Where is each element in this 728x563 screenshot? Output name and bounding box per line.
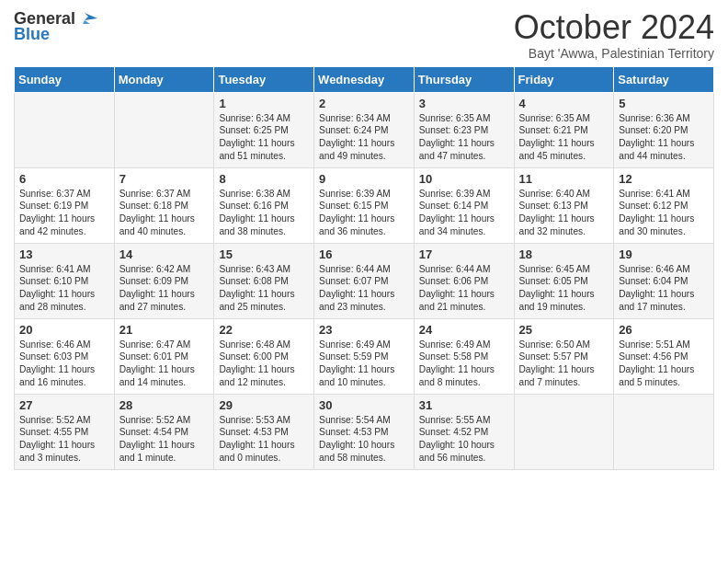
cell-info: Sunrise: 6:37 AM Sunset: 6:18 PM Dayligh…	[119, 188, 210, 238]
calendar-cell: 2Sunrise: 6:34 AM Sunset: 6:24 PM Daylig…	[314, 92, 415, 167]
day-number: 8	[219, 172, 309, 186]
day-number: 4	[519, 97, 609, 110]
calendar-cell: 12Sunrise: 6:41 AM Sunset: 6:12 PM Dayli…	[614, 167, 714, 243]
cell-info: Sunrise: 5:52 AM Sunset: 4:55 PM Dayligh…	[19, 414, 109, 465]
col-header-saturday: Saturday	[614, 66, 714, 92]
cell-info: Sunrise: 6:34 AM Sunset: 6:24 PM Dayligh…	[319, 112, 409, 163]
cell-info: Sunrise: 6:44 AM Sunset: 6:06 PM Dayligh…	[419, 263, 509, 314]
day-number: 30	[319, 398, 409, 412]
calendar-table: SundayMondayTuesdayWednesdayThursdayFrid…	[14, 66, 714, 470]
cell-info: Sunrise: 5:52 AM Sunset: 4:54 PM Dayligh…	[119, 414, 210, 465]
col-header-thursday: Thursday	[414, 66, 514, 92]
day-number: 29	[219, 398, 309, 412]
cell-info: Sunrise: 6:39 AM Sunset: 6:14 PM Dayligh…	[419, 188, 509, 238]
location-subtitle: Bayt 'Awwa, Palestinian Territory	[514, 46, 714, 61]
day-number: 31	[419, 398, 509, 412]
calendar-cell	[114, 92, 214, 167]
cell-info: Sunrise: 6:40 AM Sunset: 6:13 PM Dayligh…	[519, 188, 609, 238]
cell-info: Sunrise: 6:38 AM Sunset: 6:16 PM Dayligh…	[219, 188, 309, 238]
cell-info: Sunrise: 6:47 AM Sunset: 6:01 PM Dayligh…	[119, 339, 210, 389]
week-row-5: 27Sunrise: 5:52 AM Sunset: 4:55 PM Dayli…	[15, 394, 714, 469]
cell-info: Sunrise: 6:48 AM Sunset: 6:00 PM Dayligh…	[219, 339, 309, 389]
day-number: 10	[419, 172, 509, 186]
col-header-monday: Monday	[114, 66, 214, 92]
svg-marker-1	[83, 20, 90, 24]
calendar-cell: 29Sunrise: 5:53 AM Sunset: 4:53 PM Dayli…	[214, 394, 314, 469]
calendar-cell: 6Sunrise: 6:37 AM Sunset: 6:19 PM Daylig…	[15, 167, 115, 243]
col-header-tuesday: Tuesday	[214, 66, 314, 92]
day-number: 27	[19, 398, 109, 412]
col-header-sunday: Sunday	[15, 66, 115, 92]
day-number: 26	[619, 323, 709, 337]
day-number: 20	[19, 323, 109, 337]
cell-info: Sunrise: 6:42 AM Sunset: 6:09 PM Dayligh…	[119, 263, 210, 314]
day-number: 16	[319, 247, 409, 261]
calendar-cell: 23Sunrise: 6:49 AM Sunset: 5:59 PM Dayli…	[314, 318, 415, 394]
week-row-4: 20Sunrise: 6:46 AM Sunset: 6:03 PM Dayli…	[15, 318, 714, 394]
calendar-cell: 17Sunrise: 6:44 AM Sunset: 6:06 PM Dayli…	[414, 243, 514, 318]
col-header-wednesday: Wednesday	[314, 66, 415, 92]
calendar-cell: 22Sunrise: 6:48 AM Sunset: 6:00 PM Dayli…	[214, 318, 314, 394]
cell-info: Sunrise: 5:51 AM Sunset: 4:56 PM Dayligh…	[619, 339, 709, 389]
calendar-cell: 3Sunrise: 6:35 AM Sunset: 6:23 PM Daylig…	[414, 92, 514, 167]
cell-info: Sunrise: 6:50 AM Sunset: 5:57 PM Dayligh…	[519, 339, 609, 389]
day-number: 6	[19, 172, 109, 186]
col-header-friday: Friday	[514, 66, 614, 92]
cell-info: Sunrise: 6:36 AM Sunset: 6:20 PM Dayligh…	[619, 112, 709, 163]
cell-info: Sunrise: 6:45 AM Sunset: 6:05 PM Dayligh…	[519, 263, 609, 314]
cell-info: Sunrise: 5:54 AM Sunset: 4:53 PM Dayligh…	[319, 414, 409, 465]
cell-info: Sunrise: 6:37 AM Sunset: 6:19 PM Dayligh…	[19, 188, 109, 238]
cell-info: Sunrise: 6:35 AM Sunset: 6:23 PM Dayligh…	[419, 112, 509, 163]
calendar-cell: 18Sunrise: 6:45 AM Sunset: 6:05 PM Dayli…	[514, 243, 614, 318]
cell-info: Sunrise: 5:55 AM Sunset: 4:52 PM Dayligh…	[419, 414, 509, 465]
day-number: 22	[219, 323, 309, 337]
week-row-1: 1Sunrise: 6:34 AM Sunset: 6:25 PM Daylig…	[15, 92, 714, 167]
calendar-cell: 19Sunrise: 6:46 AM Sunset: 6:04 PM Dayli…	[614, 243, 714, 318]
day-number: 17	[419, 247, 509, 261]
month-title: October 2024	[514, 9, 714, 46]
calendar-cell: 7Sunrise: 6:37 AM Sunset: 6:18 PM Daylig…	[114, 167, 214, 243]
calendar-cell: 8Sunrise: 6:38 AM Sunset: 6:16 PM Daylig…	[214, 167, 314, 243]
calendar-cell: 11Sunrise: 6:40 AM Sunset: 6:13 PM Dayli…	[514, 167, 614, 243]
calendar-cell: 13Sunrise: 6:41 AM Sunset: 6:10 PM Dayli…	[15, 243, 115, 318]
week-row-2: 6Sunrise: 6:37 AM Sunset: 6:19 PM Daylig…	[15, 167, 714, 243]
calendar-cell	[514, 394, 614, 469]
svg-marker-0	[85, 13, 97, 20]
calendar-cell: 30Sunrise: 5:54 AM Sunset: 4:53 PM Dayli…	[314, 394, 415, 469]
calendar-cell	[15, 92, 115, 167]
header-row: SundayMondayTuesdayWednesdayThursdayFrid…	[15, 66, 714, 92]
calendar-cell: 31Sunrise: 5:55 AM Sunset: 4:52 PM Dayli…	[414, 394, 514, 469]
cell-info: Sunrise: 6:41 AM Sunset: 6:12 PM Dayligh…	[619, 188, 709, 238]
day-number: 18	[519, 247, 609, 261]
calendar-cell: 20Sunrise: 6:46 AM Sunset: 6:03 PM Dayli…	[15, 318, 115, 394]
cell-info: Sunrise: 6:46 AM Sunset: 6:04 PM Dayligh…	[619, 263, 709, 314]
week-row-3: 13Sunrise: 6:41 AM Sunset: 6:10 PM Dayli…	[15, 243, 714, 318]
cell-info: Sunrise: 5:53 AM Sunset: 4:53 PM Dayligh…	[219, 414, 309, 465]
day-number: 24	[419, 323, 509, 337]
calendar-cell: 16Sunrise: 6:44 AM Sunset: 6:07 PM Dayli…	[314, 243, 415, 318]
calendar-cell	[614, 394, 714, 469]
cell-info: Sunrise: 6:35 AM Sunset: 6:21 PM Dayligh…	[519, 112, 609, 163]
calendar-cell: 14Sunrise: 6:42 AM Sunset: 6:09 PM Dayli…	[114, 243, 214, 318]
day-number: 13	[19, 247, 109, 261]
day-number: 7	[119, 172, 210, 186]
calendar-cell: 4Sunrise: 6:35 AM Sunset: 6:21 PM Daylig…	[514, 92, 614, 167]
calendar-cell: 25Sunrise: 6:50 AM Sunset: 5:57 PM Dayli…	[514, 318, 614, 394]
day-number: 15	[219, 247, 309, 261]
calendar-cell: 15Sunrise: 6:43 AM Sunset: 6:08 PM Dayli…	[214, 243, 314, 318]
logo: General Blue	[14, 9, 97, 44]
day-number: 9	[319, 172, 409, 186]
calendar-cell: 1Sunrise: 6:34 AM Sunset: 6:25 PM Daylig…	[214, 92, 314, 167]
day-number: 1	[219, 97, 309, 110]
calendar-cell: 9Sunrise: 6:39 AM Sunset: 6:15 PM Daylig…	[314, 167, 415, 243]
day-number: 28	[119, 398, 210, 412]
day-number: 3	[419, 97, 509, 110]
page-header: General Blue October 2024 Bayt 'Awwa, Pa…	[14, 9, 714, 61]
title-block: October 2024 Bayt 'Awwa, Palestinian Ter…	[514, 9, 714, 61]
calendar-cell: 21Sunrise: 6:47 AM Sunset: 6:01 PM Dayli…	[114, 318, 214, 394]
calendar-cell: 27Sunrise: 5:52 AM Sunset: 4:55 PM Dayli…	[15, 394, 115, 469]
cell-info: Sunrise: 6:41 AM Sunset: 6:10 PM Dayligh…	[19, 263, 109, 314]
day-number: 14	[119, 247, 210, 261]
calendar-cell: 10Sunrise: 6:39 AM Sunset: 6:14 PM Dayli…	[414, 167, 514, 243]
cell-info: Sunrise: 6:49 AM Sunset: 5:58 PM Dayligh…	[419, 339, 509, 389]
